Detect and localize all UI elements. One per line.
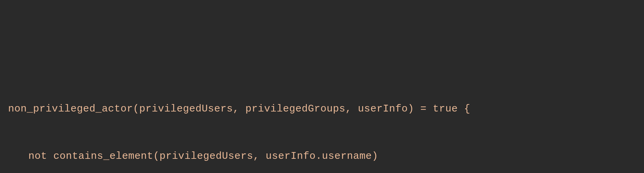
- code-line-1: non_privileged_actor(privilegedUsers, pr…: [8, 101, 636, 117]
- code-line-2: not contains_element(privilegedUsers, us…: [8, 148, 636, 164]
- code-block: non_privileged_actor(privilegedUsers, pr…: [8, 70, 636, 173]
